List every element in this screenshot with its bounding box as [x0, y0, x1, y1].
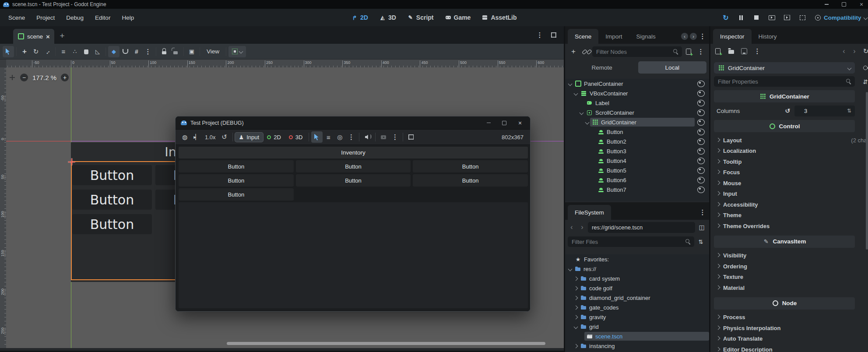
property-category-row[interactable]: Theme — [714, 210, 855, 221]
property-category-row[interactable]: Layout(2 changes) — [714, 135, 855, 146]
2d-camera-toggle[interactable]: 2D — [263, 133, 285, 142]
chevron-right-icon[interactable] — [573, 315, 578, 319]
grid-snap-tool-icon[interactable] — [131, 46, 142, 57]
dock-separator[interactable] — [709, 26, 710, 352]
tab-history[interactable]: History — [752, 29, 784, 44]
scene-tab[interactable]: scene — [13, 29, 54, 44]
expand-editor-icon[interactable] — [548, 29, 559, 41]
next-frame-tool-icon[interactable] — [190, 131, 202, 143]
fs-forward-icon[interactable]: › — [577, 222, 587, 233]
filter-properties-input[interactable] — [714, 76, 855, 87]
tab-signals[interactable]: Signals — [629, 29, 663, 44]
reload-tool-icon[interactable] — [219, 131, 230, 143]
minimize-button[interactable] — [823, 1, 829, 7]
chevron-right-icon[interactable] — [573, 296, 578, 300]
history-icon[interactable] — [860, 46, 868, 57]
resource-menu-icon[interactable] — [752, 46, 763, 57]
filesystem-row[interactable]: scene.tscn — [565, 331, 709, 341]
scene-tree-row[interactable]: Button — [565, 127, 709, 137]
dots-tool-icon[interactable] — [345, 131, 357, 143]
chevron-right-icon[interactable] — [573, 276, 578, 281]
filter-files-input[interactable] — [568, 236, 694, 247]
chevron-right-icon[interactable] — [573, 305, 578, 310]
smart-snap-tool-icon[interactable] — [108, 46, 119, 57]
filesystem-menu-icon[interactable] — [699, 207, 706, 218]
open-docs-icon[interactable] — [860, 62, 868, 74]
restart-icon[interactable] — [720, 12, 731, 23]
expander[interactable] — [573, 277, 579, 280]
audio-tool-icon[interactable] — [362, 131, 373, 143]
expander[interactable] — [573, 306, 579, 309]
ruler-tool-icon[interactable] — [92, 46, 103, 57]
camera-tool-icon[interactable] — [378, 131, 389, 143]
movie-reel-icon[interactable] — [812, 12, 823, 23]
load-resource-icon[interactable] — [725, 46, 737, 57]
game-debug-window[interactable]: Test Project (DEBUG) 1.0x♟Input2D3D802x3… — [175, 116, 531, 312]
game-viewport[interactable]: Inventory ButtonButtonButtonButtonButton… — [176, 145, 530, 311]
fullscreen-tool-icon[interactable] — [405, 131, 417, 143]
tab-scene[interactable]: Scene — [568, 29, 598, 44]
property-category-row[interactable]: Ordering — [714, 261, 855, 272]
tabs-forward-icon[interactable]: › — [690, 33, 697, 40]
dock-separator[interactable] — [564, 26, 565, 352]
pixel-snap-tool-icon[interactable] — [69, 46, 81, 57]
menu-debug[interactable]: Debug — [60, 12, 89, 23]
expander[interactable] — [573, 287, 579, 290]
filesystem-row[interactable]: Favorites: — [565, 254, 709, 264]
property-category-row[interactable]: Focus — [714, 167, 855, 178]
history-forward-icon[interactable]: › — [850, 46, 859, 57]
property-category-row[interactable]: Theme Overrides — [714, 221, 855, 232]
remote-button[interactable]: Remote — [568, 61, 636, 74]
scene-tree-row[interactable]: Label — [565, 98, 709, 108]
scene-tree-row[interactable]: Button5 — [565, 165, 709, 175]
game-button[interactable]: Button — [413, 174, 528, 187]
tab-menu-icon[interactable] — [534, 29, 545, 41]
scene-tree-menu-icon[interactable] — [695, 46, 706, 57]
dots-tool-icon[interactable] — [389, 131, 401, 143]
suspend-tool-icon[interactable] — [179, 131, 190, 143]
attach-script-button[interactable] — [683, 46, 694, 57]
inspector-scrollbar[interactable] — [866, 92, 868, 250]
chevron-down-icon[interactable] — [585, 120, 589, 124]
property-category-row[interactable]: Texture — [714, 272, 855, 283]
chevron-right-icon[interactable] — [573, 344, 578, 348]
monitor-play-icon[interactable] — [766, 12, 777, 23]
current-path-input[interactable] — [588, 222, 695, 233]
playback-speed-button[interactable]: 1.0x — [202, 134, 219, 141]
zoom-out-button[interactable]: − — [20, 74, 28, 81]
game-button[interactable]: Button — [296, 174, 411, 187]
revert-property-icon[interactable]: ↺ — [785, 107, 790, 114]
filesystem-row[interactable]: instancing — [565, 341, 709, 351]
scene-tree-row[interactable]: Button3 — [565, 146, 709, 156]
canvas-horizontal-scrollbar[interactable] — [227, 342, 545, 345]
renderer-select[interactable]: Compatibility — [824, 9, 867, 26]
maximize-button[interactable] — [841, 1, 847, 7]
list-select-tool-icon[interactable] — [323, 131, 334, 143]
sort-files-icon[interactable] — [695, 236, 706, 247]
game-window-titlebar[interactable]: Test Project (DEBUG) — [176, 116, 530, 130]
workspace-2d[interactable]: 2D — [348, 13, 372, 22]
zoom-level[interactable]: 177.2 % — [32, 74, 56, 81]
expander[interactable] — [567, 82, 573, 85]
chevron-down-icon[interactable] — [568, 267, 572, 271]
target-tool-icon[interactable] — [334, 131, 345, 143]
visibility-eye-icon[interactable] — [697, 100, 705, 106]
pause-icon[interactable] — [735, 12, 747, 23]
3d-camera-toggle[interactable]: 3D — [285, 133, 307, 142]
expander[interactable] — [573, 296, 579, 299]
workspace-assetlib[interactable]: AssetLib — [478, 13, 520, 22]
lock-tool-icon[interactable] — [158, 46, 170, 57]
workspace-game[interactable]: Game — [442, 13, 474, 22]
tab-filesystem[interactable]: FileSystem — [568, 205, 611, 220]
game-button[interactable]: Button — [179, 174, 294, 187]
visibility-eye-icon[interactable] — [697, 81, 705, 87]
close-button[interactable] — [517, 120, 523, 126]
menu-help[interactable]: Help — [116, 12, 140, 23]
object-section-header[interactable]: GridContainer — [714, 90, 855, 102]
filesystem-row[interactable]: code golf — [565, 283, 709, 293]
property-category-row[interactable]: Visibility — [714, 250, 855, 261]
close-tab-icon[interactable] — [46, 33, 50, 40]
filesystem-row[interactable]: res:// — [565, 264, 709, 274]
add-node-button[interactable] — [568, 46, 579, 57]
class-section-header[interactable]: Node — [714, 297, 855, 310]
